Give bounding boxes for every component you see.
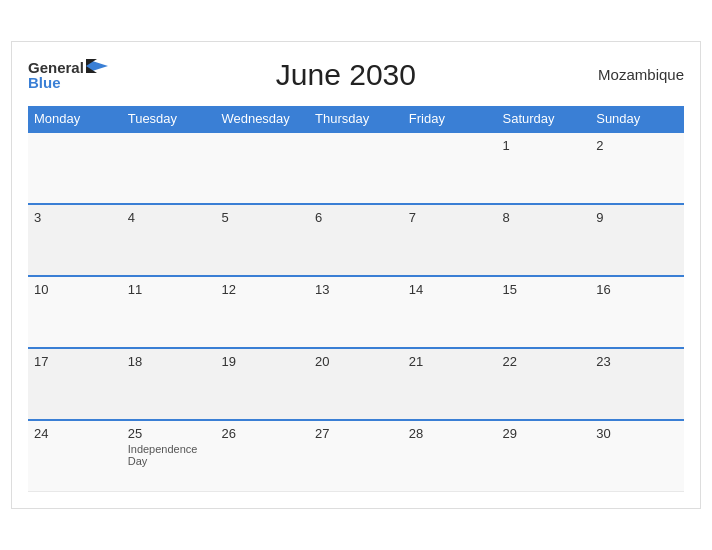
calendar-cell: 5 xyxy=(215,204,309,276)
logo-general-text: General xyxy=(28,60,84,75)
day-number: 11 xyxy=(128,282,210,297)
calendar-cell: 11 xyxy=(122,276,216,348)
week-row-1: 12 xyxy=(28,132,684,204)
calendar-cell: 7 xyxy=(403,204,497,276)
calendar-grid: MondayTuesdayWednesdayThursdayFridaySatu… xyxy=(28,106,684,493)
weekday-header-saturday: Saturday xyxy=(497,106,591,132)
day-number: 4 xyxy=(128,210,210,225)
calendar-cell: 2 xyxy=(590,132,684,204)
calendar-cell: 25Independence Day xyxy=(122,420,216,492)
week-row-4: 17181920212223 xyxy=(28,348,684,420)
weekday-header-sunday: Sunday xyxy=(590,106,684,132)
calendar-header: General Blue June 2030 Mozambique xyxy=(28,58,684,92)
calendar-cell: 19 xyxy=(215,348,309,420)
day-number: 9 xyxy=(596,210,678,225)
day-number: 25 xyxy=(128,426,210,441)
day-number: 3 xyxy=(34,210,116,225)
calendar-cell: 1 xyxy=(497,132,591,204)
weekday-header-thursday: Thursday xyxy=(309,106,403,132)
day-number: 27 xyxy=(315,426,397,441)
day-event: Independence Day xyxy=(128,443,210,467)
day-number: 7 xyxy=(409,210,491,225)
calendar-cell: 16 xyxy=(590,276,684,348)
calendar-cell: 24 xyxy=(28,420,122,492)
day-number: 2 xyxy=(596,138,678,153)
week-row-5: 2425Independence Day2627282930 xyxy=(28,420,684,492)
calendar-cell: 29 xyxy=(497,420,591,492)
calendar-cell: 21 xyxy=(403,348,497,420)
calendar-cell xyxy=(309,132,403,204)
calendar-cell: 12 xyxy=(215,276,309,348)
calendar-cell: 20 xyxy=(309,348,403,420)
day-number: 10 xyxy=(34,282,116,297)
calendar-cell: 13 xyxy=(309,276,403,348)
calendar-cell xyxy=(403,132,497,204)
day-number: 5 xyxy=(221,210,303,225)
calendar-cell: 9 xyxy=(590,204,684,276)
calendar-cell: 26 xyxy=(215,420,309,492)
day-number: 28 xyxy=(409,426,491,441)
day-number: 15 xyxy=(503,282,585,297)
logo-flag-icon xyxy=(86,59,108,73)
day-number: 18 xyxy=(128,354,210,369)
week-row-2: 3456789 xyxy=(28,204,684,276)
calendar-cell: 14 xyxy=(403,276,497,348)
calendar-cell: 8 xyxy=(497,204,591,276)
weekday-header-wednesday: Wednesday xyxy=(215,106,309,132)
day-number: 16 xyxy=(596,282,678,297)
day-number: 22 xyxy=(503,354,585,369)
day-number: 20 xyxy=(315,354,397,369)
calendar-cell: 3 xyxy=(28,204,122,276)
day-number: 13 xyxy=(315,282,397,297)
day-number: 1 xyxy=(503,138,585,153)
logo-blue-text: Blue xyxy=(28,75,108,90)
calendar-country: Mozambique xyxy=(584,66,684,83)
calendar-cell xyxy=(122,132,216,204)
day-number: 30 xyxy=(596,426,678,441)
calendar-cell: 15 xyxy=(497,276,591,348)
logo: General Blue xyxy=(28,60,108,90)
calendar-cell: 22 xyxy=(497,348,591,420)
calendar-cell xyxy=(215,132,309,204)
day-number: 6 xyxy=(315,210,397,225)
calendar-cell: 18 xyxy=(122,348,216,420)
calendar-cell: 23 xyxy=(590,348,684,420)
day-number: 8 xyxy=(503,210,585,225)
calendar-cell: 10 xyxy=(28,276,122,348)
day-number: 23 xyxy=(596,354,678,369)
day-number: 26 xyxy=(221,426,303,441)
weekday-header-row: MondayTuesdayWednesdayThursdayFridaySatu… xyxy=(28,106,684,132)
day-number: 12 xyxy=(221,282,303,297)
calendar-cell xyxy=(28,132,122,204)
weekday-header-friday: Friday xyxy=(403,106,497,132)
weekday-header-monday: Monday xyxy=(28,106,122,132)
day-number: 14 xyxy=(409,282,491,297)
day-number: 24 xyxy=(34,426,116,441)
calendar-cell: 6 xyxy=(309,204,403,276)
weekday-header-tuesday: Tuesday xyxy=(122,106,216,132)
calendar-cell: 4 xyxy=(122,204,216,276)
day-number: 29 xyxy=(503,426,585,441)
calendar-cell: 30 xyxy=(590,420,684,492)
day-number: 21 xyxy=(409,354,491,369)
day-number: 17 xyxy=(34,354,116,369)
calendar-cell: 27 xyxy=(309,420,403,492)
calendar-title: June 2030 xyxy=(108,58,584,92)
week-row-3: 10111213141516 xyxy=(28,276,684,348)
day-number: 19 xyxy=(221,354,303,369)
calendar-container: General Blue June 2030 Mozambique Monday… xyxy=(11,41,701,510)
calendar-cell: 28 xyxy=(403,420,497,492)
calendar-cell: 17 xyxy=(28,348,122,420)
